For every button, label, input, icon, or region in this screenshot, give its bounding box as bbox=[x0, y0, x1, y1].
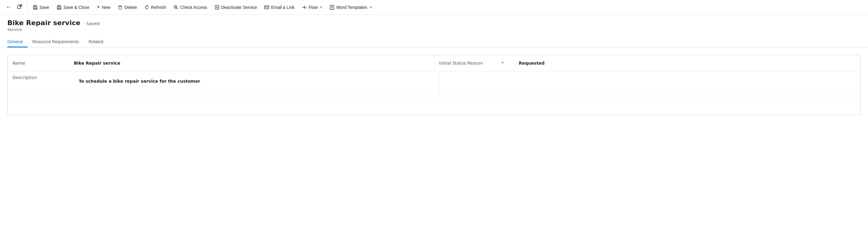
delete-icon bbox=[118, 5, 123, 10]
deactivate-label: Deactivate Service bbox=[221, 5, 257, 10]
word-templates-chevron-icon: ∨ bbox=[370, 5, 372, 9]
flow-chevron-icon: ∨ bbox=[320, 5, 322, 9]
word-templates-label: Word Templates bbox=[336, 5, 367, 10]
name-label-cell: Name * bbox=[8, 57, 69, 69]
name-label: Name bbox=[12, 61, 74, 66]
page-header: Bike Repair service - Saved Service bbox=[0, 15, 868, 32]
popout-icon bbox=[17, 4, 22, 10]
deactivate-button[interactable]: Deactivate Service bbox=[212, 3, 260, 11]
back-button[interactable]: ← bbox=[4, 2, 13, 12]
initial-status-value: Requested bbox=[519, 61, 545, 66]
save-button[interactable]: Save bbox=[30, 3, 53, 11]
flow-button[interactable]: Flow ∨ bbox=[299, 3, 326, 11]
save-close-button[interactable]: Save & Close bbox=[54, 3, 93, 11]
save-close-icon bbox=[57, 5, 62, 10]
check-access-icon bbox=[174, 5, 178, 10]
save-icon bbox=[33, 5, 38, 10]
refresh-button[interactable]: Refresh bbox=[141, 3, 169, 11]
page-saved-indicator: - Saved bbox=[83, 21, 100, 26]
form-desc-right-empty bbox=[439, 71, 861, 96]
page-title: Bike Repair service bbox=[7, 19, 80, 27]
status-label-cell: Initial Status Reason * bbox=[434, 57, 514, 69]
form-row-name: Name * Bike Repair service Initial Statu… bbox=[8, 55, 860, 71]
save-close-label: Save & Close bbox=[63, 5, 90, 10]
new-label: New bbox=[102, 5, 110, 10]
form-spacer-row bbox=[8, 96, 860, 114]
name-value: Bike Repair service bbox=[74, 61, 120, 66]
svg-rect-1 bbox=[34, 8, 36, 9]
svg-rect-2 bbox=[34, 5, 36, 7]
check-access-button[interactable]: Check Access bbox=[170, 3, 210, 11]
form-row-description: Description To schedule a bike repair se… bbox=[8, 71, 860, 96]
deactivate-icon bbox=[215, 5, 219, 10]
flow-icon bbox=[302, 5, 307, 10]
svg-rect-5 bbox=[118, 6, 122, 7]
save-label: Save bbox=[39, 5, 49, 10]
tabs-nav: General Resource Requirements Related bbox=[0, 37, 868, 47]
new-icon: + bbox=[97, 4, 100, 10]
description-label: Description bbox=[12, 75, 74, 80]
delete-label: Delete bbox=[124, 5, 137, 10]
flow-label: Flow bbox=[309, 5, 318, 10]
form-left-name: Name * Bike Repair service bbox=[8, 55, 434, 71]
svg-rect-9 bbox=[265, 6, 269, 9]
new-button[interactable]: + New bbox=[94, 2, 114, 12]
svg-line-7 bbox=[177, 8, 178, 9]
email-link-icon bbox=[264, 5, 269, 10]
word-templates-icon bbox=[330, 5, 334, 10]
svg-point-6 bbox=[174, 5, 177, 8]
description-value: To schedule a bike repair service for th… bbox=[79, 79, 200, 84]
tab-general[interactable]: General bbox=[7, 37, 28, 47]
desc-value-cell[interactable]: To schedule a bike repair service for th… bbox=[74, 75, 205, 87]
toolbar-divider-1 bbox=[27, 3, 27, 12]
initial-status-label: Initial Status Reason bbox=[439, 61, 500, 66]
back-icon: ← bbox=[6, 4, 11, 10]
tab-resource-requirements[interactable]: Resource Requirements bbox=[28, 37, 84, 47]
email-link-button[interactable]: Email a Link bbox=[261, 3, 297, 11]
refresh-label: Refresh bbox=[151, 5, 166, 10]
word-templates-button[interactable]: Word Templates ∨ bbox=[327, 3, 375, 11]
svg-rect-4 bbox=[58, 5, 60, 7]
form-desc-left: Description To schedule a bike repair se… bbox=[8, 71, 439, 96]
delete-button[interactable]: Delete bbox=[115, 3, 140, 11]
popout-button[interactable] bbox=[15, 2, 25, 12]
status-value-cell[interactable]: Requested bbox=[514, 57, 550, 69]
page-subtitle: Service bbox=[7, 27, 861, 32]
refresh-icon bbox=[144, 5, 149, 10]
status-required-indicator: * bbox=[502, 61, 504, 66]
main-content: Name * Bike Repair service Initial Statu… bbox=[0, 47, 868, 122]
svg-rect-3 bbox=[58, 8, 60, 9]
email-link-label: Email a Link bbox=[271, 5, 294, 10]
form-section: Name * Bike Repair service Initial Statu… bbox=[7, 55, 861, 115]
toolbar: ← Save Save & Close + New Delete bbox=[0, 0, 868, 15]
desc-label-cell: Description bbox=[12, 75, 74, 80]
tab-related[interactable]: Related bbox=[84, 37, 108, 47]
check-access-label: Check Access bbox=[180, 5, 207, 10]
form-right-status: Initial Status Reason * Requested bbox=[434, 55, 861, 71]
name-value-cell[interactable]: Bike Repair service bbox=[69, 57, 125, 69]
